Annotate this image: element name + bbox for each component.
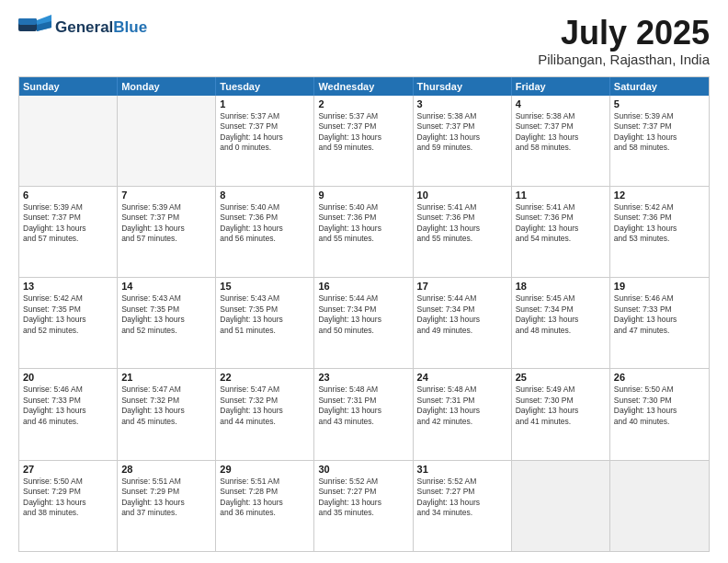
day-number: 18	[516, 281, 606, 292]
day-info: Sunrise: 5:44 AMSunset: 7:34 PMDaylight:…	[417, 293, 507, 336]
day-info: Sunrise: 5:37 AMSunset: 7:37 PMDaylight:…	[220, 111, 310, 154]
day-number: 17	[417, 281, 507, 292]
calendar-cell: 18Sunrise: 5:45 AMSunset: 7:34 PMDayligh…	[512, 278, 610, 368]
day-info: Sunrise: 5:42 AMSunset: 7:35 PMDaylight:…	[23, 293, 113, 336]
calendar-cell: 17Sunrise: 5:44 AMSunset: 7:34 PMDayligh…	[414, 278, 512, 368]
day-info: Sunrise: 5:41 AMSunset: 7:36 PMDaylight:…	[516, 202, 606, 245]
calendar-body: 1Sunrise: 5:37 AMSunset: 7:37 PMDaylight…	[19, 96, 709, 551]
day-info: Sunrise: 5:42 AMSunset: 7:36 PMDaylight:…	[614, 202, 705, 245]
day-number: 5	[614, 98, 705, 109]
day-info: Sunrise: 5:52 AMSunset: 7:27 PMDaylight:…	[318, 477, 408, 519]
calendar-cell	[19, 96, 118, 186]
calendar-cell: 9Sunrise: 5:40 AMSunset: 7:36 PMDaylight…	[314, 187, 413, 277]
day-info: Sunrise: 5:48 AMSunset: 7:31 PMDaylight:…	[417, 385, 507, 427]
day-info: Sunrise: 5:52 AMSunset: 7:27 PMDaylight:…	[417, 477, 507, 519]
day-info: Sunrise: 5:39 AMSunset: 7:37 PMDaylight:…	[23, 202, 113, 245]
day-info: Sunrise: 5:51 AMSunset: 7:28 PMDaylight:…	[220, 477, 310, 519]
day-number: 26	[614, 372, 705, 383]
day-number: 25	[516, 372, 606, 383]
day-number: 31	[417, 464, 507, 475]
calendar-cell	[610, 461, 709, 551]
day-info: Sunrise: 5:45 AMSunset: 7:34 PMDaylight:…	[516, 293, 606, 336]
header: GeneralBlue July 2025 Pilibangan, Rajast…	[18, 15, 710, 67]
day-number: 14	[121, 281, 211, 292]
calendar-week-5: 27Sunrise: 5:50 AMSunset: 7:29 PMDayligh…	[19, 460, 709, 551]
day-info: Sunrise: 5:50 AMSunset: 7:30 PMDaylight:…	[614, 385, 705, 427]
calendar-cell: 30Sunrise: 5:52 AMSunset: 7:27 PMDayligh…	[314, 461, 413, 551]
day-info: Sunrise: 5:44 AMSunset: 7:34 PMDaylight:…	[318, 293, 408, 336]
calendar-cell	[118, 96, 216, 186]
calendar-cell: 10Sunrise: 5:41 AMSunset: 7:36 PMDayligh…	[414, 187, 512, 277]
calendar-cell: 13Sunrise: 5:42 AMSunset: 7:35 PMDayligh…	[19, 278, 118, 368]
day-info: Sunrise: 5:38 AMSunset: 7:37 PMDaylight:…	[516, 111, 606, 154]
day-info: Sunrise: 5:47 AMSunset: 7:32 PMDaylight:…	[220, 385, 310, 427]
day-number: 13	[23, 281, 113, 292]
day-info: Sunrise: 5:43 AMSunset: 7:35 PMDaylight:…	[121, 293, 211, 336]
calendar-cell: 14Sunrise: 5:43 AMSunset: 7:35 PMDayligh…	[118, 278, 216, 368]
day-info: Sunrise: 5:38 AMSunset: 7:37 PMDaylight:…	[417, 111, 507, 154]
day-info: Sunrise: 5:39 AMSunset: 7:37 PMDaylight:…	[614, 111, 705, 154]
day-number: 24	[417, 372, 507, 383]
calendar-week-3: 13Sunrise: 5:42 AMSunset: 7:35 PMDayligh…	[19, 277, 709, 368]
day-number: 15	[220, 281, 310, 292]
calendar-header: SundayMondayTuesdayWednesdayThursdayFrid…	[19, 77, 709, 96]
calendar-cell: 22Sunrise: 5:47 AMSunset: 7:32 PMDayligh…	[216, 369, 314, 459]
day-number: 19	[614, 281, 705, 292]
calendar: SundayMondayTuesdayWednesdayThursdayFrid…	[18, 76, 710, 552]
calendar-cell: 15Sunrise: 5:43 AMSunset: 7:35 PMDayligh…	[216, 278, 314, 368]
day-info: Sunrise: 5:49 AMSunset: 7:30 PMDaylight:…	[516, 385, 606, 427]
day-of-week-monday: Monday	[118, 77, 216, 96]
calendar-week-4: 20Sunrise: 5:46 AMSunset: 7:33 PMDayligh…	[19, 368, 709, 459]
day-of-week-sunday: Sunday	[19, 77, 118, 96]
calendar-week-2: 6Sunrise: 5:39 AMSunset: 7:37 PMDaylight…	[19, 186, 709, 277]
calendar-cell: 2Sunrise: 5:37 AMSunset: 7:37 PMDaylight…	[314, 96, 413, 186]
logo-general: General	[55, 18, 113, 36]
logo-icon	[18, 15, 51, 40]
day-number: 7	[121, 190, 211, 201]
day-of-week-saturday: Saturday	[610, 77, 709, 96]
calendar-cell: 19Sunrise: 5:46 AMSunset: 7:33 PMDayligh…	[610, 278, 709, 368]
calendar-cell: 4Sunrise: 5:38 AMSunset: 7:37 PMDaylight…	[512, 96, 610, 186]
day-info: Sunrise: 5:40 AMSunset: 7:36 PMDaylight:…	[220, 202, 310, 245]
calendar-cell: 12Sunrise: 5:42 AMSunset: 7:36 PMDayligh…	[610, 187, 709, 277]
day-number: 6	[23, 190, 113, 201]
day-info: Sunrise: 5:46 AMSunset: 7:33 PMDaylight:…	[23, 385, 113, 427]
logo-blue: Blue	[113, 18, 147, 36]
day-number: 10	[417, 190, 507, 201]
calendar-cell: 20Sunrise: 5:46 AMSunset: 7:33 PMDayligh…	[19, 369, 118, 459]
calendar-cell: 3Sunrise: 5:38 AMSunset: 7:37 PMDaylight…	[414, 96, 512, 186]
calendar-cell	[512, 461, 610, 551]
page: GeneralBlue July 2025 Pilibangan, Rajast…	[0, 0, 728, 563]
title-block: July 2025 Pilibangan, Rajasthan, India	[538, 15, 710, 67]
day-number: 27	[23, 464, 113, 475]
day-number: 12	[614, 190, 705, 201]
day-number: 30	[318, 464, 408, 475]
calendar-cell: 28Sunrise: 5:51 AMSunset: 7:29 PMDayligh…	[118, 461, 216, 551]
calendar-cell: 8Sunrise: 5:40 AMSunset: 7:36 PMDaylight…	[216, 187, 314, 277]
day-number: 9	[318, 190, 408, 201]
calendar-cell: 25Sunrise: 5:49 AMSunset: 7:30 PMDayligh…	[512, 369, 610, 459]
location-title: Pilibangan, Rajasthan, India	[538, 52, 710, 67]
day-number: 2	[318, 98, 408, 109]
day-number: 29	[220, 464, 310, 475]
day-number: 28	[121, 464, 211, 475]
day-of-week-tuesday: Tuesday	[216, 77, 314, 96]
calendar-cell: 29Sunrise: 5:51 AMSunset: 7:28 PMDayligh…	[216, 461, 314, 551]
calendar-cell: 11Sunrise: 5:41 AMSunset: 7:36 PMDayligh…	[512, 187, 610, 277]
day-info: Sunrise: 5:41 AMSunset: 7:36 PMDaylight:…	[417, 202, 507, 245]
day-number: 3	[417, 98, 507, 109]
calendar-cell: 1Sunrise: 5:37 AMSunset: 7:37 PMDaylight…	[216, 96, 314, 186]
day-info: Sunrise: 5:43 AMSunset: 7:35 PMDaylight:…	[220, 293, 310, 336]
day-info: Sunrise: 5:37 AMSunset: 7:37 PMDaylight:…	[318, 111, 408, 154]
day-info: Sunrise: 5:47 AMSunset: 7:32 PMDaylight:…	[121, 385, 211, 427]
day-number: 1	[220, 98, 310, 109]
calendar-cell: 7Sunrise: 5:39 AMSunset: 7:37 PMDaylight…	[118, 187, 216, 277]
day-number: 22	[220, 372, 310, 383]
day-number: 23	[318, 372, 408, 383]
calendar-cell: 27Sunrise: 5:50 AMSunset: 7:29 PMDayligh…	[19, 461, 118, 551]
day-info: Sunrise: 5:50 AMSunset: 7:29 PMDaylight:…	[23, 477, 113, 519]
day-number: 16	[318, 281, 408, 292]
calendar-cell: 23Sunrise: 5:48 AMSunset: 7:31 PMDayligh…	[314, 369, 413, 459]
day-info: Sunrise: 5:39 AMSunset: 7:37 PMDaylight:…	[121, 202, 211, 245]
day-number: 8	[220, 190, 310, 201]
